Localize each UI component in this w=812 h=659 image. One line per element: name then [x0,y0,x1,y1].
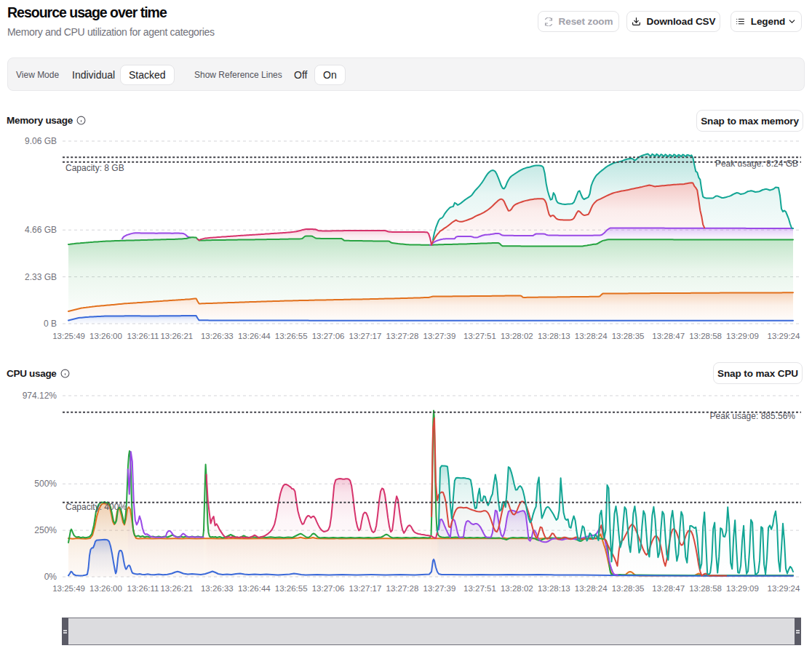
svg-text:13:28:02: 13:28:02 [501,584,533,593]
svg-text:13:26:44: 13:26:44 [238,584,271,593]
svg-text:13:29:09: 13:29:09 [726,584,759,593]
svg-text:13:27:28: 13:27:28 [386,332,419,340]
svg-text:13:28:02: 13:28:02 [501,332,533,340]
svg-text:13:25:49: 13:25:49 [52,332,85,340]
svg-text:13:26:21: 13:26:21 [160,332,193,340]
svg-text:13:26:11: 13:26:11 [127,332,159,340]
svg-text:13:27:28: 13:27:28 [386,584,419,593]
svg-text:13:26:55: 13:26:55 [275,332,308,340]
svg-text:0%: 0% [44,572,57,582]
svg-text:13:27:06: 13:27:06 [312,584,345,593]
svg-text:13:27:39: 13:27:39 [423,584,456,593]
svg-text:13:28:58: 13:28:58 [689,584,722,593]
svg-text:13:28:35: 13:28:35 [612,584,645,593]
svg-text:2.33 GB: 2.33 GB [25,272,57,282]
svg-text:Peak usage: 8.24 GB: Peak usage: 8.24 GB [715,159,798,169]
svg-text:13:26:21: 13:26:21 [160,584,193,593]
svg-text:Capacity: 8 GB: Capacity: 8 GB [65,163,124,173]
svg-text:500%: 500% [34,479,57,489]
svg-text:4.66 GB: 4.66 GB [25,225,57,235]
svg-text:9.06 GB: 9.06 GB [25,136,57,146]
svg-text:13:26:33: 13:26:33 [201,584,234,593]
svg-text:Peak usage: 885.56%: Peak usage: 885.56% [710,411,796,421]
svg-text:13:25:49: 13:25:49 [52,584,85,593]
svg-text:13:28:47: 13:28:47 [652,332,685,340]
svg-text:13:28:58: 13:28:58 [689,332,722,340]
svg-text:13:28:13: 13:28:13 [538,332,570,340]
svg-text:0 B: 0 B [44,319,57,329]
svg-text:250%: 250% [34,525,57,535]
svg-text:13:29:24: 13:29:24 [768,584,800,593]
svg-text:Capacity: 400%: Capacity: 400% [65,502,127,512]
svg-text:13:26:00: 13:26:00 [89,332,122,340]
svg-text:13:29:24: 13:29:24 [768,332,800,340]
svg-text:13:26:33: 13:26:33 [201,332,234,340]
svg-text:13:26:00: 13:26:00 [89,584,122,593]
svg-text:13:27:17: 13:27:17 [349,584,382,593]
svg-text:13:28:24: 13:28:24 [575,584,608,593]
svg-text:13:29:09: 13:29:09 [726,332,759,340]
svg-text:13:27:06: 13:27:06 [312,332,345,340]
svg-text:13:28:47: 13:28:47 [652,584,685,593]
svg-text:13:27:39: 13:27:39 [423,332,456,340]
svg-text:13:27:51: 13:27:51 [463,332,496,340]
svg-text:13:28:24: 13:28:24 [575,332,608,340]
svg-text:13:26:44: 13:26:44 [238,332,271,340]
svg-text:974.12%: 974.12% [23,391,57,401]
svg-text:13:28:13: 13:28:13 [538,584,570,593]
svg-text:13:27:51: 13:27:51 [463,584,496,593]
svg-text:13:26:55: 13:26:55 [275,584,308,593]
svg-text:13:27:17: 13:27:17 [349,332,382,340]
svg-text:13:28:35: 13:28:35 [612,332,645,340]
svg-text:13:26:11: 13:26:11 [127,584,159,593]
